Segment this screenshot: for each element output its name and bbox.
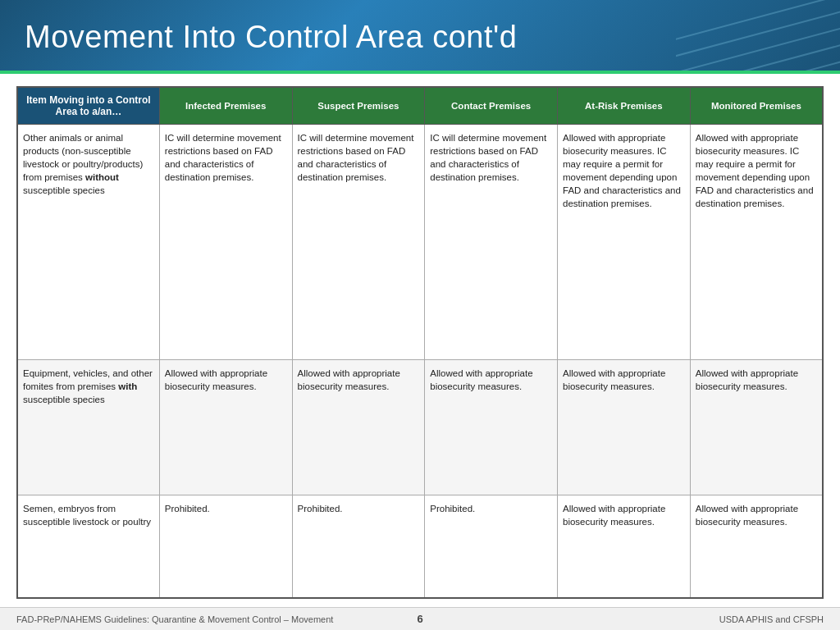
table-row: Other animals or animal products (non-su… [17,125,823,360]
cell-item: Other animals or animal products (non-su… [17,125,159,360]
cell-contact: IC will determine movement restrictions … [425,125,558,360]
slide: Movement Into Control Area cont'd Item M… [0,0,840,630]
slide-header: Movement Into Control Area cont'd [0,0,840,74]
main-content: Item Moving into a Control Area to a/an…… [0,74,840,607]
col-header-atrisk: At-Risk Premises [558,87,691,125]
cell-monitored: Allowed with appropriate biosecurity mea… [690,495,823,598]
col-header-infected: Infected Premises [159,87,292,125]
slide-title: Movement Into Control Area cont'd [25,20,517,55]
col-header-suspect: Suspect Premises [292,87,425,125]
cell-suspect: Allowed with appropriate biosecurity mea… [292,359,425,495]
cell-infected: IC will determine movement restrictions … [159,125,292,360]
cell-suspect: IC will determine movement restrictions … [292,125,425,360]
cell-infected: Allowed with appropriate biosecurity mea… [159,359,292,495]
cell-atrisk: Allowed with appropriate biosecurity mea… [558,125,691,360]
cell-monitored: Allowed with appropriate biosecurity mea… [690,125,823,360]
footer-citation: FAD-PReP/NAHEMS Guidelines: Quarantine &… [16,614,417,624]
header-decoration [676,0,840,74]
cell-contact: Allowed with appropriate biosecurity mea… [425,359,558,495]
cell-atrisk: Allowed with appropriate biosecurity mea… [558,495,691,598]
footer-page-number: 6 [417,613,422,625]
cell-atrisk: Allowed with appropriate biosecurity mea… [558,359,691,495]
cell-monitored: Allowed with appropriate biosecurity mea… [690,359,823,495]
table-row: Equipment, vehicles, and other fomites f… [17,359,823,495]
col-header-contact: Contact Premises [425,87,558,125]
data-table: Item Moving into a Control Area to a/an…… [16,86,824,599]
cell-item: Equipment, vehicles, and other fomites f… [17,359,159,495]
cell-infected: Prohibited. [159,495,292,598]
cell-suspect: Prohibited. [292,495,425,598]
table-row: Semen, embryos from susceptible livestoc… [17,495,823,598]
col-header-monitored: Monitored Premises [690,87,823,125]
col-header-item: Item Moving into a Control Area to a/an… [17,87,159,125]
slide-footer: FAD-PReP/NAHEMS Guidelines: Quarantine &… [0,607,840,630]
cell-contact: Prohibited. [425,495,558,598]
footer-org: USDA APHIS and CFSPH [423,614,824,624]
table-header-row: Item Moving into a Control Area to a/an…… [17,87,823,125]
cell-item: Semen, embryos from susceptible livestoc… [17,495,159,598]
